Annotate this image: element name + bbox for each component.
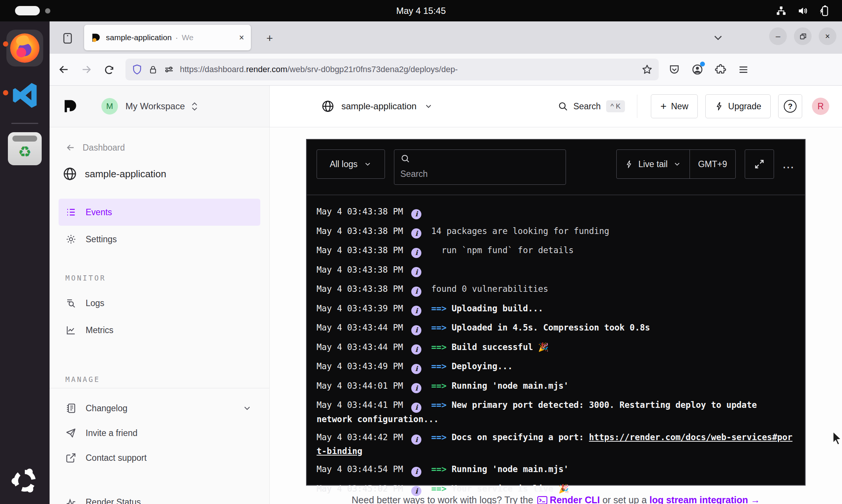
menu-icon[interactable] [738, 64, 749, 75]
external-link-icon [65, 452, 77, 463]
log-timestamp: May 4 03:43:38 PM [317, 207, 403, 216]
log-row: May 4 03:44:42 PMi==> Docs on specifying… [317, 431, 795, 458]
page-header: M My Workspace sample-application [50, 86, 842, 127]
bookmark-star-icon[interactable] [641, 64, 653, 75]
volume-icon[interactable] [797, 5, 808, 17]
network-icon[interactable] [776, 6, 786, 16]
permissions-icon[interactable] [163, 64, 175, 75]
info-icon: i [411, 364, 421, 374]
log-timestamp: May 4 03:43:44 PM [317, 323, 403, 332]
status-pulse-icon [65, 496, 77, 504]
terminal-icon [537, 496, 548, 504]
lock-icon[interactable] [148, 64, 158, 75]
log-message: Uploading build... [451, 303, 543, 313]
new-button[interactable]: + New [651, 94, 697, 118]
battery-icon[interactable] [819, 5, 830, 17]
question-icon: ? [784, 100, 797, 113]
log-search-input[interactable]: Search [394, 149, 566, 185]
live-tail-dropdown[interactable]: Live tail [617, 150, 690, 178]
log-message: found 0 vulnerabilities [431, 284, 548, 294]
timezone-button[interactable]: GMT+9 [690, 159, 735, 169]
sidebar-item-events[interactable]: Events [59, 199, 260, 226]
search-icon [400, 154, 560, 164]
log-row: May 4 03:44:01 PMi==> Running 'node main… [317, 379, 795, 394]
sidebar-item-logs[interactable]: Logs [59, 290, 260, 317]
sidebar-item-changelog[interactable]: Changelog [59, 396, 260, 421]
globe-icon [321, 100, 335, 113]
close-button[interactable]: × [819, 27, 836, 45]
log-filter-dropdown[interactable]: All logs [317, 149, 385, 179]
restore-button[interactable] [794, 27, 812, 45]
search-label: Search [573, 101, 601, 112]
service-caret-icon[interactable] [424, 102, 433, 111]
global-search[interactable]: Search ^ K [558, 100, 625, 112]
gear-icon [65, 234, 77, 245]
pocket-icon[interactable] [668, 64, 680, 75]
info-icon: i [411, 383, 421, 393]
log-lines[interactable]: May 4 03:43:38 PMiMay 4 03:43:38 PMi14 p… [307, 195, 805, 504]
user-avatar[interactable]: R [812, 98, 829, 115]
sidebar-back-dashboard[interactable]: Dashboard [50, 142, 269, 153]
expand-logs-button[interactable] [745, 149, 774, 179]
log-arrow: ==> [431, 464, 451, 474]
paper-plane-icon [65, 427, 77, 439]
tab-close-icon[interactable]: × [239, 33, 244, 43]
minimize-button[interactable]: – [769, 27, 787, 45]
main-content: All logs Search [270, 127, 842, 504]
log-timestamp: May 4 03:44:54 PM [317, 464, 403, 474]
sidebar-section-monitor: MONITOR [50, 274, 269, 282]
chevron-down-icon [364, 160, 372, 168]
log-more-menu[interactable]: ⋯ [782, 160, 795, 174]
info-icon: i [411, 287, 421, 297]
help-button[interactable]: ? [778, 94, 802, 118]
new-tab-button[interactable]: + [261, 30, 278, 47]
sidebar-item-metrics[interactable]: Metrics [59, 317, 260, 344]
list-tabs-chevron-icon[interactable] [712, 32, 724, 43]
render-logo[interactable] [62, 98, 78, 114]
service-selector-name[interactable]: sample-application [341, 101, 416, 112]
log-message: Build successful 🎉 [451, 342, 548, 352]
upgrade-button[interactable]: Upgrade [705, 94, 771, 118]
sidebar-item-settings[interactable]: Settings [59, 226, 260, 253]
forward-icon[interactable] [78, 61, 95, 78]
render-favicon [91, 33, 101, 43]
system-clock[interactable]: May 4 15:45 [0, 0, 842, 21]
mouse-cursor [830, 430, 842, 447]
sidebar-item-invite-a-friend[interactable]: Invite a friend [59, 421, 260, 445]
log-row: May 4 03:44:54 PMi==> Running 'node main… [317, 463, 795, 477]
reload-icon[interactable] [101, 61, 117, 78]
sidebar-service-name[interactable]: sample-application [50, 166, 269, 181]
render-cli-link[interactable]: Render CLI [550, 495, 600, 504]
dock-item-firefox[interactable] [0, 21, 50, 66]
running-indicator [3, 41, 8, 47]
tracking-shield-icon[interactable] [131, 63, 143, 75]
workspace-switcher[interactable]: M My Workspace [101, 98, 198, 115]
log-row: May 4 03:44:41 PMi==> New primary port d… [317, 398, 795, 426]
ubuntu-logo-icon[interactable] [10, 466, 40, 496]
tab-title-suffix: We [182, 33, 193, 42]
firefox-view-icon[interactable] [59, 30, 76, 47]
search-icon [558, 101, 568, 112]
sidebar-item-render-status[interactable]: Render Status [59, 490, 260, 504]
account-icon[interactable] [691, 63, 703, 75]
log-message: run `npm fund` for details [431, 245, 573, 255]
recycle-icon: ♻ [18, 142, 32, 162]
workspace-avatar: M [101, 98, 118, 115]
log-stream-integration-link[interactable]: log stream integration [649, 495, 748, 504]
browser-tab[interactable]: sample-application · We × [84, 25, 251, 50]
dock-item-trash[interactable]: ♻ [0, 124, 50, 165]
extensions-icon[interactable] [715, 64, 726, 75]
workspace-name: My Workspace [125, 101, 185, 112]
url-bar[interactable]: https://dashboard.render.com/web/srv-d0b… [125, 59, 659, 80]
back-icon[interactable] [56, 61, 72, 78]
chevron-down-icon [673, 160, 681, 168]
log-arrow: ==> [431, 342, 451, 352]
system-bar: May 4 15:45 [0, 0, 842, 21]
sidebar-item-contact-support[interactable]: Contact support [59, 445, 260, 470]
log-row: May 4 03:43:38 PMi [317, 205, 795, 219]
changelog-notebook-icon [65, 403, 77, 414]
dock-item-vscode[interactable] [0, 66, 50, 114]
log-arrow: ==> [431, 303, 451, 313]
render-dashboard-page: M My Workspace sample-application [50, 86, 842, 504]
log-message: Your service is live 🎉 [451, 484, 569, 493]
